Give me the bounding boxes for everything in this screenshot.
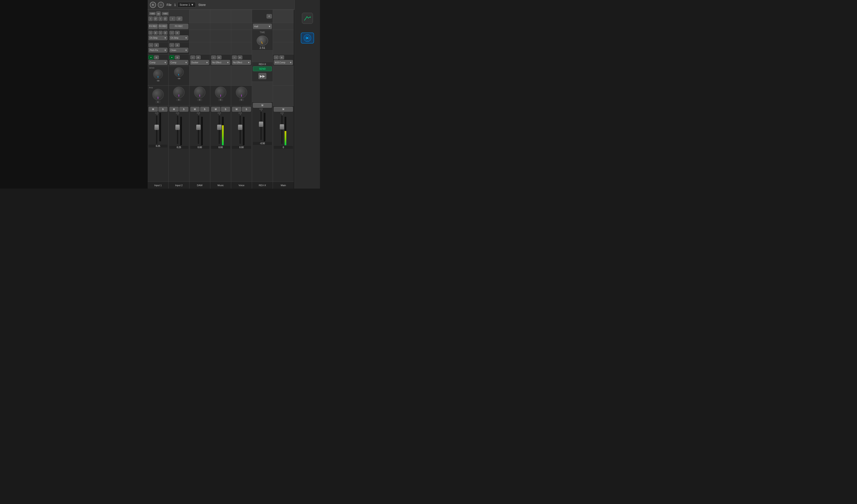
- dyn-edit-daw[interactable]: e: [196, 55, 201, 60]
- dyn-edit-music[interactable]: e: [217, 55, 221, 60]
- send-row-daw: [189, 66, 210, 86]
- fader-handle-daw[interactable]: [196, 124, 201, 130]
- insert1-power-input1[interactable]: ○: [149, 31, 153, 35]
- phase-btn-input1[interactable]: ∅: [153, 16, 157, 21]
- insert2-power-input1[interactable]: ○: [149, 43, 153, 47]
- reverb-e-btn[interactable]: e: [267, 14, 272, 18]
- channel-music: ○ e No Effect▼ C M S OVR · 0: [210, 10, 231, 189]
- hpf2-btn-input1[interactable]: ⌇: [158, 16, 163, 21]
- insert1-edit-input1[interactable]: e: [153, 31, 157, 35]
- reverb-time-knob[interactable]: [257, 36, 268, 46]
- fxrec2-btn-input1[interactable]: FX REC: [158, 24, 168, 29]
- dyn-select-daw[interactable]: Ducker▼: [190, 60, 209, 65]
- insert2-select-input2[interactable]: Clean▼: [169, 48, 188, 52]
- mute-btn-daw[interactable]: M: [190, 107, 200, 112]
- meter-revx: [264, 113, 266, 141]
- reverb-time-value: 2.51: [259, 46, 265, 49]
- dyn-edit-voice[interactable]: e: [237, 55, 242, 60]
- phase2-btn-input1[interactable]: ∅: [163, 16, 167, 21]
- dyn-power-music[interactable]: ○: [211, 55, 216, 60]
- pan-knob-input2[interactable]: [173, 87, 185, 98]
- fader-value-input2: 0.25: [169, 146, 188, 149]
- dyn-select-input2[interactable]: Comp▼: [169, 60, 188, 65]
- insert2-power-input2[interactable]: ○: [169, 43, 174, 47]
- dyn-power-voice[interactable]: ○: [232, 55, 237, 60]
- mute-btn-input1[interactable]: M: [149, 107, 158, 112]
- fader-handle-voice[interactable]: [238, 124, 242, 130]
- dynamics-row-daw: ○ e Ducker▼: [189, 54, 210, 66]
- close-button[interactable]: ✕: [150, 2, 156, 8]
- pan-knob-music[interactable]: [215, 87, 226, 98]
- dyn-select-music[interactable]: No Effect▼: [211, 60, 230, 65]
- insert2-edit-input2[interactable]: e: [175, 43, 180, 47]
- phase-btn-input2[interactable]: ∅: [176, 16, 182, 21]
- dyn-power-input1[interactable]: ●: [149, 55, 153, 60]
- dyn-power-daw[interactable]: ○: [190, 55, 195, 60]
- solo-btn-music[interactable]: S: [221, 107, 230, 112]
- reverb-knob-section: 2.51: [252, 35, 273, 51]
- insert2-edit-input1[interactable]: e: [154, 43, 159, 47]
- dyn-edit-input1[interactable]: e: [154, 55, 159, 60]
- fader-handle-input2[interactable]: [175, 124, 180, 130]
- solo-btn-daw[interactable]: S: [200, 107, 209, 112]
- dyn-power-main[interactable]: ○: [274, 55, 279, 60]
- channel-main: ○ e M.B.Comp▼ M OVR · 0: [273, 10, 294, 189]
- mute-btn-voice[interactable]: M: [232, 107, 241, 112]
- top-bar: ✕ − File 1 Scene 1 ▼ Store ⊞ ⚙: [148, 0, 320, 10]
- channel-daw: ○ e Ducker▼ C M S OVR: [189, 10, 210, 189]
- dyn-edit-main[interactable]: e: [279, 55, 284, 60]
- insert2-row-input2: ○ e Clean▼: [169, 42, 189, 54]
- insert1-select-input1[interactable]: Ch.Strip▼: [149, 35, 167, 40]
- insert1b-edit-input1[interactable]: e: [163, 31, 167, 35]
- pan-knob-voice[interactable]: [236, 87, 247, 98]
- scene-select[interactable]: Scene 1 ▼: [178, 2, 196, 7]
- reverb-type-select[interactable]: Hall▼: [253, 24, 272, 29]
- dyn-edit-input2[interactable]: e: [175, 55, 180, 60]
- dynamics-row-music: ○ e No Effect▼: [210, 54, 231, 66]
- dyn-select-voice[interactable]: No Effect▼: [232, 60, 251, 65]
- mute-btn-main[interactable]: M: [274, 107, 293, 112]
- fxrec-btn-input1[interactable]: FX REC: [149, 24, 158, 29]
- pan-knob-input1[interactable]: [152, 89, 164, 100]
- insert1-select-input2[interactable]: Ch.Strip▼: [169, 35, 188, 40]
- revx-send-btn[interactable]: SEND: [253, 66, 272, 71]
- hpf-btn-input1[interactable]: ⌇: [149, 16, 153, 21]
- send-row-input2: -oo: [169, 66, 189, 86]
- send-knob-input2[interactable]: [174, 67, 184, 77]
- mute-btn-revx[interactable]: M: [253, 103, 272, 108]
- send-knob-input1[interactable]: [153, 69, 163, 79]
- minimize-button[interactable]: −: [158, 2, 164, 8]
- mute-btn-music[interactable]: M: [211, 107, 220, 112]
- send-value-input1: -oo: [156, 80, 159, 82]
- dyn-power-input2[interactable]: ●: [169, 55, 174, 60]
- fader-handle-revx[interactable]: [259, 121, 263, 127]
- fader-handle-input1[interactable]: [154, 124, 159, 130]
- pan-row-voice: C: [231, 86, 252, 106]
- solo-btn-input2[interactable]: S: [179, 107, 188, 112]
- fader-handle-music[interactable]: [217, 124, 221, 130]
- pan-knob-daw[interactable]: [194, 87, 205, 98]
- phantom-btn-input1[interactable]: +48V: [149, 12, 155, 15]
- hpf-btn-input2[interactable]: ⌇: [169, 16, 175, 21]
- chname-input2: Input 2: [169, 182, 189, 189]
- mute-btn-input2[interactable]: M: [169, 107, 179, 112]
- solo-btn-input1[interactable]: S: [158, 107, 168, 112]
- dyn-select-main[interactable]: M.B.Comp▼: [274, 60, 293, 65]
- dyn-select-input1[interactable]: Comp▼: [149, 60, 167, 65]
- fader-value-input1: 0.25: [149, 145, 167, 148]
- send-row-music: [210, 66, 231, 86]
- phantom-row-input2: ⌇ ∅: [169, 10, 189, 23]
- phantom-row-music: [210, 10, 231, 23]
- solo-btn-voice[interactable]: S: [242, 107, 251, 112]
- link-btn-input1[interactable]: ∞: [156, 12, 161, 16]
- fader-handle-main[interactable]: [280, 124, 284, 130]
- store-button[interactable]: Store: [198, 3, 206, 6]
- meter-main: [285, 117, 286, 145]
- insert1-edit-input2[interactable]: e: [175, 31, 180, 35]
- insert2-select-input1[interactable]: Pitch Fix▼: [149, 48, 167, 52]
- revx-play-btn[interactable]: ▶▶: [258, 73, 266, 79]
- phantom-btn2-input1[interactable]: +48V: [162, 12, 168, 15]
- fxrec-btn-input2[interactable]: FX REC: [169, 24, 188, 29]
- insert1-power-input2[interactable]: ○: [169, 31, 174, 35]
- insert1b-power-input1[interactable]: ○: [158, 31, 163, 35]
